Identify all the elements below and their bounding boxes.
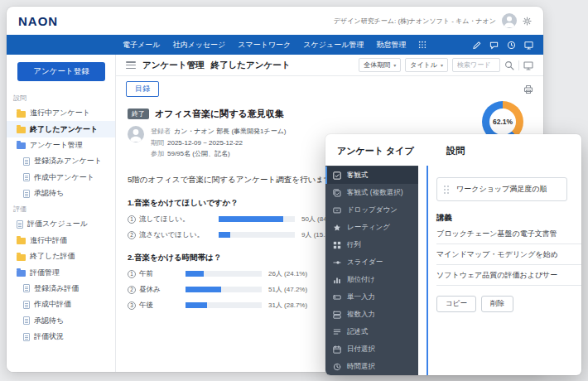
sidebar-section-label: 評価 (7, 201, 115, 216)
nav-item-mail[interactable]: 電子メール (123, 40, 160, 51)
sidebar-item-draft-surveys[interactable]: 作成中アンケート (7, 170, 115, 186)
sidebar-item-ongoing-surveys[interactable]: 進行中アンケート (7, 105, 115, 121)
option-result: 26人 (24.1%) (268, 269, 307, 278)
choice-item[interactable]: マインドマップ・モデリングを始め (436, 244, 581, 265)
sidebar-item-survey-management[interactable]: アンケート管理 (7, 137, 115, 153)
chevron-down-icon: ▾ (393, 62, 396, 68)
list-toggle-button[interactable]: 目録 (126, 81, 159, 97)
status-badge: 終了 (128, 109, 149, 119)
sidebar-item-registered-surveys[interactable]: 登録済みアンケート (7, 153, 115, 169)
folder-icon (17, 127, 26, 133)
sidebar-section-label: 設問 (7, 90, 115, 105)
user-info-text: デザイン研究チーム: (株)ナオンソフト - キム・ナオン (334, 17, 496, 26)
type-item-dropdown[interactable]: ドロップダウン (325, 201, 418, 219)
result-bar-fill (186, 302, 207, 308)
type-item-multi-input[interactable]: 複数入力 (325, 306, 418, 323)
period-filter-label: 全体期間 (364, 60, 390, 70)
survey-title: オフィス音楽に関する意見収集 (155, 108, 284, 120)
type-item-slider[interactable]: スライダー (325, 253, 418, 271)
star-icon (333, 224, 341, 232)
divider (518, 60, 519, 70)
option-number: 2 (128, 286, 136, 294)
result-bar-fill (219, 216, 283, 222)
type-item-date-picker[interactable]: 日付選択 (325, 340, 418, 358)
type-label: 複数入力 (347, 310, 375, 320)
sidebar-item-label: 進行中アンケート (30, 108, 90, 118)
choice-item[interactable]: ソフトウェア品質の評価およびサー (436, 265, 581, 286)
type-item-time-picker[interactable]: 時間選択 (325, 358, 418, 375)
settings-gear-icon[interactable] (523, 17, 532, 26)
chevron-down-icon: ▾ (441, 62, 443, 68)
period-filter-dropdown[interactable]: 全体期間▾ (359, 58, 401, 72)
choice-item[interactable]: ブロックチェーン基盤の電子文書管 (436, 224, 581, 244)
sidebar-item-draft-evaluations[interactable]: 作成中評価 (7, 297, 115, 312)
sidebar-item-finished-surveys[interactable]: 終了したアンケート (7, 121, 115, 137)
type-label: 順位付け (347, 275, 375, 285)
type-item-single-input[interactable]: 単一入力 (325, 288, 418, 306)
option-number: 1 (128, 215, 136, 224)
main-navbar: 電子メール 社内メッセージ スマートワーク スケジュール管理 勤怠管理 (7, 35, 543, 55)
user-avatar[interactable] (502, 13, 517, 28)
nav-item-smartwork[interactable]: スマートワーク (238, 40, 291, 51)
type-item-single-choice[interactable]: 客観式 (325, 166, 418, 184)
sidebar-item-evaluation-pending[interactable]: 承認待ち (7, 313, 115, 329)
option-number: 1 (128, 270, 136, 278)
question-title-card[interactable]: ワークショップ満足度の順 (436, 177, 567, 201)
sidebar-item-evaluation-schedule[interactable]: 評価スケジュール (7, 216, 115, 232)
type-item-ranking[interactable]: 順位付け (325, 271, 418, 288)
type-label: ドロップダウン (347, 205, 398, 215)
screen-monitor-icon[interactable] (524, 41, 533, 50)
sidebar-item-label: 進行中評価 (30, 235, 67, 246)
registrant-line: 登録者カン・ナオン 部長 (事業開発1チーム) (151, 126, 287, 137)
clock-icon[interactable] (507, 41, 516, 50)
sidebar-item-label: 評価管理 (30, 268, 60, 278)
delete-button[interactable]: 削除 (481, 296, 513, 312)
menu-hamburger-icon[interactable] (126, 61, 136, 69)
nav-item-schedule[interactable]: スケジュール管理 (303, 40, 364, 51)
sidebar-item-finished-evaluations[interactable]: 終了した評価 (7, 248, 115, 264)
naon-logo: NAON (18, 14, 58, 28)
document-icon (17, 220, 23, 229)
panel-header: アンケート タイプ 設問 (325, 134, 581, 166)
compose-pencil-icon[interactable] (472, 41, 481, 50)
type-item-multi-choice[interactable]: 客観式 (複数選択) (325, 184, 418, 201)
sidebar-item-evaluation-management[interactable]: 評価管理 (7, 264, 115, 280)
result-bar-track (186, 302, 262, 308)
field-filter-dropdown[interactable]: タイトル▾ (405, 58, 448, 72)
search-input[interactable] (452, 58, 500, 72)
chat-bubble-icon[interactable] (489, 41, 499, 50)
folder-icon (17, 238, 26, 244)
result-bar-fill (186, 271, 204, 277)
nav-item-message[interactable]: 社内メッセージ (172, 40, 225, 51)
folder-icon (17, 111, 26, 118)
ranking-bars-icon (333, 276, 341, 284)
printer-icon[interactable] (523, 84, 533, 94)
sidebar-item-label: 承認待ち (34, 316, 64, 326)
sidebar-item-pending-approval[interactable]: 承認待ち (7, 186, 115, 201)
sidebar-item-label: 評価状況 (34, 331, 64, 342)
copy-button[interactable]: コピー (436, 296, 476, 312)
option-label: 午後 (139, 301, 153, 311)
survey-register-button[interactable]: アンケート登録 (17, 62, 105, 81)
matrix-grid-icon (333, 241, 341, 249)
breadcrumb-current: 終了したアンケート (210, 60, 290, 71)
view-screen-icon[interactable] (523, 60, 533, 70)
document-icon (23, 316, 30, 325)
result-bar-track (186, 287, 262, 292)
question-editor: ワークショップ満足度の順 講義 ブロックチェーン基盤の電子文書管 マインドマップ… (418, 166, 581, 375)
type-item-essay[interactable]: 記述式 (325, 323, 418, 340)
drag-handle-icon[interactable] (444, 185, 450, 194)
sidebar-item-evaluation-status[interactable]: 評価状況 (7, 329, 115, 345)
option-result: 51人 (47.2%) (268, 285, 307, 294)
type-item-rating[interactable]: レーティング (325, 219, 418, 236)
search-icon[interactable] (504, 60, 514, 70)
survey-type-panel: アンケート タイプ 設問 客観式 客観式 (複数選択) ドロップダウン レーティ… (325, 134, 581, 375)
nav-item-attendance[interactable]: 勤怠管理 (376, 40, 406, 51)
document-icon (23, 301, 30, 309)
sidebar-item-registered-evaluations[interactable]: 登録済み評価 (7, 281, 115, 297)
sidebar-item-label: アンケート管理 (30, 140, 83, 151)
folder-icon (17, 270, 26, 277)
apps-grid-icon[interactable] (418, 41, 427, 49)
type-item-matrix[interactable]: 行列 (325, 236, 418, 253)
sidebar-item-ongoing-evaluations[interactable]: 進行中評価 (7, 233, 115, 248)
